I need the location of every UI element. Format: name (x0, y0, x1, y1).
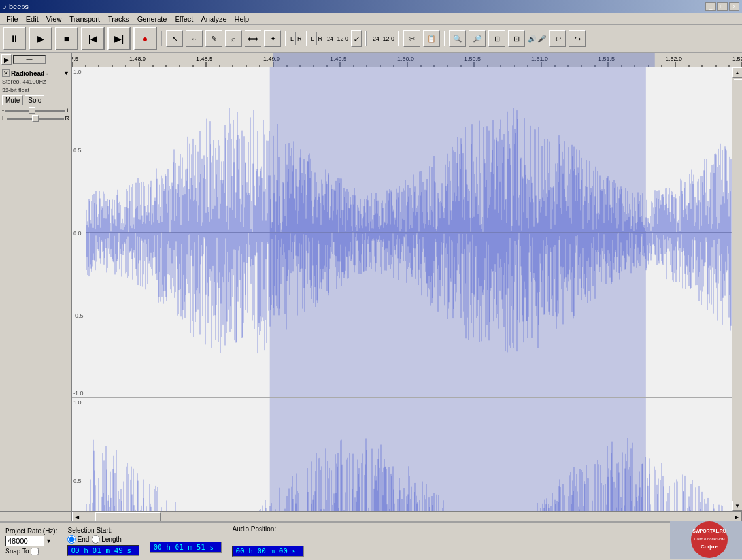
end-radio[interactable] (67, 535, 76, 544)
play-cursor-area: ▶ — (0, 53, 71, 66)
track-buttons-1: Mute Solo (2, 95, 69, 105)
zoom-out-btn[interactable]: 🔎 (469, 30, 486, 47)
next-button[interactable]: ▶| (107, 27, 131, 50)
draw-tool[interactable]: ✎ (205, 30, 222, 47)
hscroll-thumb[interactable] (95, 512, 161, 521)
redo-btn[interactable]: ↪ (569, 30, 586, 47)
watermark: SWPORTAL.RU Сайт о полезном Софте (670, 521, 742, 559)
ruler-corner: ▶ — (0, 53, 72, 67)
ruler-ticks[interactable] (72, 53, 742, 67)
timeshift-tool[interactable]: ⟺ (245, 30, 261, 47)
lr-out-right: R (318, 35, 323, 42)
track-info-1a: Stereo, 44100Hz (2, 78, 69, 86)
selection-group: Selection Start: End Length 00 h 01 m 49… (67, 527, 139, 556)
vscroll-up-btn[interactable]: ▲ (732, 67, 742, 78)
lr-right-label: R (297, 35, 302, 42)
selection-end-value[interactable]: 00 h 01 m 51 s (150, 542, 222, 553)
hscrollbar: ◀ ▶ (0, 511, 742, 521)
app-title: beeps (9, 3, 29, 10)
selection-tool[interactable]: ↖ (166, 30, 183, 47)
ruler-row: ▶ — (0, 53, 742, 67)
minimize-button[interactable]: _ (705, 2, 716, 11)
svg-text:SWPORTAL.RU: SWPORTAL.RU (692, 529, 726, 533)
track-close-1[interactable]: ✕ (2, 69, 10, 77)
zoom-tool[interactable]: ⌕ (225, 30, 242, 47)
cursor-btn[interactable]: ▶ (1, 54, 12, 65)
menu-item-transport[interactable]: Transport (65, 14, 104, 24)
solo-btn-1[interactable]: Solo (25, 95, 44, 105)
gain-thumb-1[interactable] (29, 107, 35, 114)
zoom-sel-btn[interactable]: ⊡ (508, 30, 525, 47)
watermark-circle: SWPORTAL.RU Сайт о полезном Софте (686, 521, 726, 560)
separator4 (365, 31, 367, 46)
mute-btn-1[interactable]: Mute (2, 95, 23, 105)
end-length-row: End Length (67, 535, 139, 544)
track-dropdown-1[interactable]: ▼ (63, 70, 69, 76)
cursor-pos-display: — (13, 55, 46, 64)
play-button[interactable]: ▶ (29, 27, 52, 50)
stop-button[interactable]: ■ (55, 27, 78, 50)
titlebar: ♪ beeps _ □ × (0, 0, 742, 13)
audio-position-value[interactable]: 00 h 00 m 00 s (232, 546, 304, 557)
menu-item-file[interactable]: File (3, 14, 22, 24)
length-label: Length (101, 536, 122, 543)
menu-item-help[interactable]: Help (231, 14, 254, 24)
project-rate-row: 48000 ▼ (5, 536, 57, 546)
cut-tool[interactable]: ✂ (403, 30, 420, 47)
vscroll-down-btn[interactable]: ▼ (732, 501, 742, 511)
main-area: ▶ — ✕ Radiohead - ▼ Stereo, (0, 53, 742, 521)
track-info-1b: 32-bit float (2, 86, 69, 95)
pause-button[interactable]: ⏸ (3, 27, 26, 50)
selection-end-group: 00 h 01 m 51 s (150, 542, 222, 553)
maximize-button[interactable]: □ (717, 2, 728, 11)
pan-thumb-1[interactable] (32, 115, 39, 122)
menu-item-generate[interactable]: Generate (133, 14, 171, 24)
menubar: FileEditViewTransportTracksGenerateEffec… (0, 13, 742, 25)
menu-item-edit[interactable]: Edit (22, 14, 42, 24)
output-level-area: L R (311, 32, 323, 45)
scale-neg24-2: -24 -12 0 (371, 35, 394, 42)
selection-start-value[interactable]: 00 h 01 m 49 s (67, 545, 139, 556)
menu-item-analyze[interactable]: Analyze (197, 14, 230, 24)
hscroll-left-btn[interactable]: ◀ (72, 512, 82, 521)
undo-btn[interactable]: ↩ (549, 30, 566, 47)
svg-text:Сайт о полезном: Сайт о полезном (694, 537, 724, 541)
separator5 (398, 31, 399, 46)
vscrollbar: ▲ ▼ (732, 67, 742, 511)
paste-tool[interactable]: 📋 (423, 30, 440, 47)
audio-position-label: Audio Position: (232, 525, 304, 533)
tracks-column: ✕ Radiohead - ▼ Stereo, 44100Hz 32-bit f… (0, 67, 732, 511)
project-rate-group: Project Rate (Hz): 48000 ▼ Snap To (5, 527, 57, 555)
waveform-channel-1a (72, 67, 732, 398)
track-info-1: Stereo, 44100Hz 32-bit float (2, 78, 69, 94)
pan-left-1: L (2, 115, 5, 122)
project-rate-dropdown[interactable]: ▼ (46, 538, 52, 544)
audio-position-group: Audio Position: 00 h 00 m 00 s (232, 525, 304, 557)
gain-track-1 (5, 110, 65, 112)
multi-tool[interactable]: ✦ (264, 30, 281, 47)
scale-down-btn[interactable]: ↙ (351, 30, 362, 47)
record-button[interactable]: ● (133, 27, 157, 50)
menu-item-effect[interactable]: Effect (171, 14, 197, 24)
menu-item-view[interactable]: View (42, 14, 66, 24)
gain-min-1: - (2, 107, 4, 114)
lr-left-label: L (290, 35, 294, 42)
hscroll-right-btn[interactable]: ▶ (732, 512, 742, 521)
zoom-fit-btn[interactable]: ⊞ (488, 30, 505, 47)
vscroll-thumb[interactable] (734, 79, 742, 105)
prev-button[interactable]: |◀ (81, 27, 105, 50)
length-radio-label: Length (92, 535, 122, 544)
menu-item-tracks[interactable]: Tracks (104, 14, 133, 24)
selection-start-label: Selection Start: (67, 527, 139, 534)
snap-checkbox[interactable] (31, 548, 39, 555)
end-label: End (77, 536, 89, 543)
waveform-area-1[interactable]: ▲ (72, 67, 732, 511)
close-button[interactable]: × (729, 2, 739, 11)
level-indicator-line (295, 32, 296, 45)
project-rate-input[interactable]: 48000 (5, 536, 44, 546)
scale-neg24: -24 -12 0 (325, 35, 348, 42)
length-radio[interactable] (92, 535, 100, 544)
snap-to-row: Snap To (5, 548, 57, 555)
envelope-tool[interactable]: ↔ (186, 30, 203, 47)
zoom-in-btn[interactable]: 🔍 (449, 30, 466, 47)
